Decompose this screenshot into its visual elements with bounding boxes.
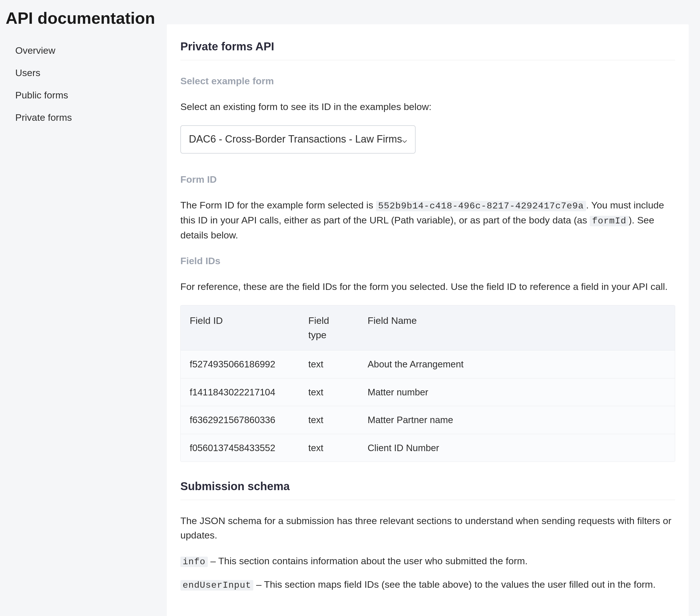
cell-field-type: text	[299, 378, 359, 406]
table-row: f6362921567860336 text Matter Partner na…	[181, 406, 675, 434]
section-title-submission-schema: Submission schema	[180, 478, 675, 495]
form-select-dropdown[interactable]: DAC6 - Cross-Border Transactions - Law F…	[180, 125, 416, 153]
formid-param-code: formId	[590, 216, 628, 226]
chevron-down-icon	[402, 132, 407, 147]
table-row: f1411843022217104 text Matter number	[181, 378, 675, 406]
cell-field-id: f1411843022217104	[181, 378, 299, 406]
field-ids-table: Field ID Field type Field Name f52749350…	[181, 306, 675, 461]
table-row: f5274935066186992 text About the Arrange…	[181, 350, 675, 379]
sidebar-item-users[interactable]: Users	[15, 62, 161, 84]
cell-field-id: f6362921567860336	[181, 406, 299, 434]
page-title: API documentation	[6, 6, 161, 30]
schema-item-info: info – This section contains information…	[180, 554, 675, 569]
cell-field-type: text	[299, 350, 359, 379]
schema-code-info: info	[180, 557, 208, 567]
cell-field-name: Matter number	[359, 378, 675, 406]
cell-field-name: About the Arrangement	[359, 350, 675, 379]
select-form-instruction: Select an existing form to see its ID in…	[180, 100, 675, 114]
sidebar-item-private-forms[interactable]: Private forms	[15, 106, 161, 129]
cell-field-type: text	[299, 406, 359, 434]
main-content: Private forms API Select example form Se…	[167, 24, 689, 616]
subsection-select-example-form: Select example form	[180, 74, 675, 88]
subsection-form-id: Form ID	[180, 172, 675, 187]
form-id-code: 552b9b14-c418-496c-8217-4292417c7e9a	[376, 201, 586, 211]
form-id-text-before: The Form ID for the example form selecte…	[180, 200, 376, 210]
table-row: f0560137458433552 text Client ID Number	[181, 434, 675, 461]
table-header-field-type: Field type	[299, 306, 359, 350]
cell-field-id: f0560137458433552	[181, 434, 299, 461]
schema-item-enduserinput: endUserInput – This section maps field I…	[180, 577, 675, 592]
cell-field-id: f5274935066186992	[181, 350, 299, 379]
divider	[180, 500, 675, 500]
schema-code-enduserinput: endUserInput	[180, 580, 253, 591]
submission-schema-intro: The JSON schema for a submission has thr…	[180, 514, 675, 542]
table-header-field-id: Field ID	[181, 306, 299, 350]
sidebar-item-overview[interactable]: Overview	[15, 39, 161, 62]
sidebar-item-public-forms[interactable]: Public forms	[15, 84, 161, 106]
schema-desc-info: – This section contains information abou…	[208, 555, 527, 566]
cell-field-name: Client ID Number	[359, 434, 675, 461]
field-ids-table-wrapper[interactable]: Field ID Field type Field Name f52749350…	[180, 305, 675, 462]
form-select-value: DAC6 - Cross-Border Transactions - Law F…	[189, 133, 402, 145]
cell-field-type: text	[299, 434, 359, 461]
form-id-description: The Form ID for the example form selecte…	[180, 198, 675, 242]
schema-desc-enduserinput: – This section maps field IDs (see the t…	[253, 579, 655, 590]
section-title-private-forms-api: Private forms API	[180, 38, 675, 55]
table-header-field-name: Field Name	[359, 306, 675, 350]
field-ids-instruction: For reference, these are the field IDs f…	[180, 280, 675, 294]
subsection-field-ids: Field IDs	[180, 254, 675, 268]
sidebar-nav: Overview Users Public forms Private form…	[6, 39, 161, 129]
divider	[180, 60, 675, 60]
cell-field-name: Matter Partner name	[359, 406, 675, 434]
